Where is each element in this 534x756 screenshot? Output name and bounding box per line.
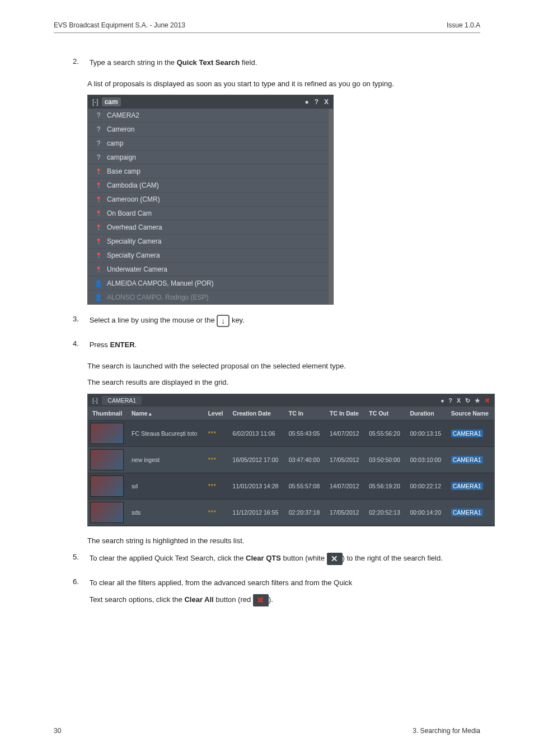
column-header[interactable]: TC Out xyxy=(364,407,405,421)
grid-icon-dot[interactable]: ● xyxy=(441,397,444,404)
highlighted-match: CAMERA1 xyxy=(451,508,483,516)
keyword-icon xyxy=(95,223,102,231)
cell-source-name: CAMERA1 xyxy=(447,446,494,473)
column-header[interactable]: TC In Date xyxy=(325,407,364,421)
step-6-text-a: To clear all the filters applied, from t… xyxy=(90,578,353,587)
suggest-item[interactable]: campaign xyxy=(88,151,329,165)
suggest-item[interactable]: camp xyxy=(88,137,329,151)
keyword-icon xyxy=(95,265,102,273)
titlebar-icon-dot[interactable]: ● xyxy=(305,98,308,106)
keyword-icon xyxy=(95,237,102,245)
keyword-icon xyxy=(95,181,102,189)
table-row[interactable]: new ingest***16/05/2012 17:0003:47:40:00… xyxy=(88,446,494,473)
results-table: ThumbnailNameLevelCreation DateTC InTC I… xyxy=(88,407,494,526)
cell-tc-out: 03:50:50:00 xyxy=(364,446,405,473)
step-4-text-a: Press xyxy=(90,340,110,349)
suggest-item[interactable]: Overhead Camera xyxy=(88,221,329,235)
step-3-text-a: Select a line by using the mouse or the xyxy=(90,316,217,324)
grid-icon-help[interactable]: ? xyxy=(449,397,452,404)
column-header[interactable]: Name xyxy=(127,407,204,421)
post-grid-text: The search string is highlighted in the … xyxy=(87,535,480,547)
down-arrow-key-icon: ↓ xyxy=(217,315,229,327)
cell-source-name: CAMERA1 xyxy=(447,473,494,499)
thumbnail-image xyxy=(90,475,124,497)
collapse-icon[interactable]: [-] xyxy=(92,397,97,404)
suggest-item[interactable]: Cambodia (CAM) xyxy=(88,179,329,193)
column-header[interactable]: Source Name xyxy=(447,407,494,421)
rating-dots-icon: *** xyxy=(208,483,217,489)
rating-dots-icon: *** xyxy=(208,509,217,516)
suggest-item-label: ALONSO CAMPO, Rodrigo (ESP) xyxy=(107,293,208,301)
column-header[interactable]: Thumbnail xyxy=(88,407,127,421)
titlebar-icon-close[interactable]: X xyxy=(324,98,329,106)
suggest-item[interactable]: Speciality Camera xyxy=(88,235,329,249)
suggest-item[interactable]: CAMERA2 xyxy=(88,109,329,123)
step-2: 2. Type a search string in the Quick Tex… xyxy=(73,57,480,74)
column-header[interactable]: Creation Date xyxy=(228,407,284,421)
suggest-titlebar: [-] cam ● ? X xyxy=(88,95,333,109)
step-5-bold: Clear QTS xyxy=(246,554,281,562)
cell-tc-in: 02:20:37:18 xyxy=(284,499,325,525)
step-5-number: 5. xyxy=(73,553,87,561)
table-row[interactable]: sds***11/12/2012 16:5502:20:37:1817/05/2… xyxy=(88,499,494,525)
person-icon xyxy=(95,279,102,287)
step-3: 3. Select a line by using the mouse or t… xyxy=(73,315,480,333)
suggest-item[interactable]: ALMEIDA CAMPOS, Manuel (POR) xyxy=(88,277,329,291)
step-4-number: 4. xyxy=(73,339,87,348)
column-header[interactable]: Level xyxy=(204,407,228,421)
suggest-item[interactable]: On Board Cam xyxy=(88,207,329,221)
thumbnail-image xyxy=(90,502,124,523)
suggest-list: CAMERA2CameroncampcampaignBase campCambo… xyxy=(88,109,329,304)
column-header[interactable]: TC In xyxy=(284,407,325,421)
step-2-number: 2. xyxy=(73,57,87,66)
step-6-text-c: button (red xyxy=(214,595,253,604)
step-4-sub2: The search results are displayed in the … xyxy=(87,377,480,388)
header-right: Issue 1.0.A xyxy=(447,21,480,29)
results-tab[interactable]: CAMERA1 xyxy=(102,396,142,405)
table-row[interactable]: sd***11/01/2013 14:2805:55:57:0814/07/20… xyxy=(88,473,494,499)
suggest-item[interactable]: ALONSO CAMPO, Rodrigo (ESP) xyxy=(88,291,329,304)
step-2-sub-text: A list of proposals is displayed as soon… xyxy=(87,78,480,90)
grid-icon-refresh[interactable]: ↻ xyxy=(465,397,470,404)
grid-icon-clear-all[interactable]: ✖ xyxy=(485,397,490,404)
step-2-bold: Quick Text Search xyxy=(177,58,240,67)
footer-section: 3. Searching for Media xyxy=(413,727,480,735)
highlighted-match: CAMERA1 xyxy=(451,482,483,490)
step-6-bold: Clear All xyxy=(184,595,213,604)
scrollbar[interactable] xyxy=(329,109,333,304)
step-5-text-c: ) to the right of the search field. xyxy=(343,554,443,562)
step-4-bold: ENTER xyxy=(110,340,134,349)
suggest-item[interactable]: Base camp xyxy=(88,165,329,179)
cell-tc-out: 02:20:52:13 xyxy=(364,499,405,525)
table-row[interactable]: FC Steaua București toto***6/02/2013 11:… xyxy=(88,420,494,446)
cell-tc-in-date: 17/05/2012 xyxy=(325,446,364,473)
recent-icon xyxy=(95,111,102,119)
suggest-item[interactable]: Specialty Camera xyxy=(88,249,329,263)
cell-tc-in: 05:55:43:05 xyxy=(284,420,325,446)
cell-tc-in-date: 14/07/2012 xyxy=(325,420,364,446)
recent-icon xyxy=(95,153,102,161)
cell-thumbnail xyxy=(88,420,127,446)
highlighted-match: CAMERA1 xyxy=(451,456,483,464)
titlebar-icon-help[interactable]: ? xyxy=(315,98,318,106)
grid-icon-clear-qts[interactable]: X xyxy=(457,397,461,404)
cell-tc-in: 03:47:40:00 xyxy=(284,446,325,473)
keyword-icon xyxy=(95,209,102,217)
suggest-item[interactable]: Cameron xyxy=(88,123,329,137)
cell-creation-date: 16/05/2012 17:00 xyxy=(228,446,284,473)
search-term[interactable]: cam xyxy=(102,97,121,106)
cell-duration: 00:03:10:00 xyxy=(406,446,447,473)
cell-source-name: CAMERA1 xyxy=(447,420,494,446)
cell-creation-date: 6/02/2013 11:06 xyxy=(228,420,284,446)
step-6-text-d: ). xyxy=(269,595,273,604)
suggest-item[interactable]: Cameroon (CMR) xyxy=(88,193,329,207)
grid-icon-star[interactable]: ★ xyxy=(475,397,480,404)
collapse-icon[interactable]: [-] xyxy=(92,98,99,106)
step-2-sub: A list of proposals is displayed as soon… xyxy=(87,78,480,90)
thumbnail-image xyxy=(90,449,124,470)
step-5-text-a: To clear the applied Quick Text Search, … xyxy=(90,554,246,562)
suggest-item-label: CAMERA2 xyxy=(107,111,139,119)
column-header[interactable]: Duration xyxy=(406,407,447,421)
suggest-item-label: Cameron xyxy=(107,125,134,133)
suggest-item[interactable]: Underwater Camera xyxy=(88,263,329,277)
